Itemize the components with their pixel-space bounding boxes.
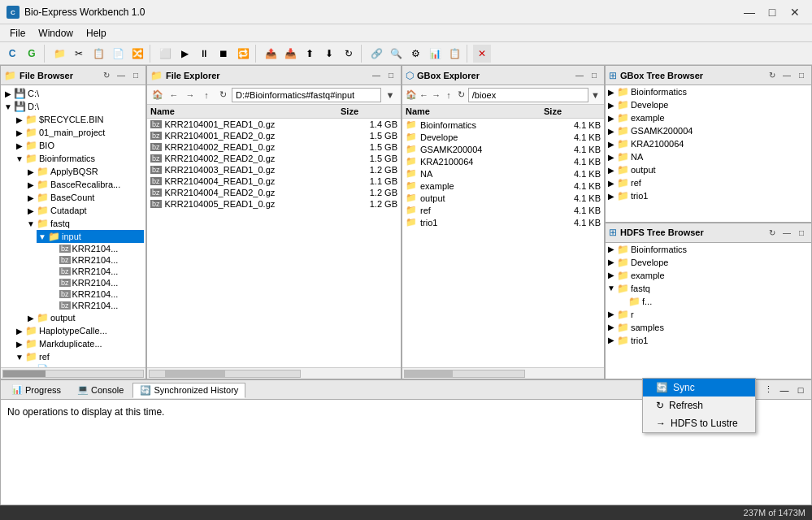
tb-close-btn[interactable]: ✕ bbox=[473, 45, 491, 63]
gbox-toggle[interactable]: ▶ bbox=[606, 101, 617, 110]
tree-node-krr3[interactable]: bz KRR2104... bbox=[48, 266, 144, 277]
close-button[interactable]: ✕ bbox=[784, 4, 805, 20]
file-row[interactable]: bz KRR2104002_READ2_0.gz 1.5 GB bbox=[147, 153, 401, 164]
gt-refresh-btn[interactable]: ↻ bbox=[766, 69, 779, 82]
tb-btn8[interactable]: ⏸ bbox=[195, 45, 213, 63]
hdfs-toggle[interactable]: ▶ bbox=[606, 336, 617, 344]
gbox-tree-node[interactable]: ▶ 📁 Develope bbox=[606, 98, 811, 111]
file-row[interactable]: bz KRR2104004_READ2_0.gz 1.2 GB bbox=[147, 187, 401, 198]
file-row[interactable]: bz KRR2104001_READ2_0.gz 1.5 GB bbox=[147, 130, 401, 141]
file-explorer-path-input[interactable] bbox=[232, 88, 381, 102]
gbox-file-row[interactable]: 📁 ref 4.1 KB bbox=[402, 204, 604, 216]
ge-up-btn[interactable]: ↑ bbox=[443, 88, 454, 102]
hdfs-toggle[interactable]: ▶ bbox=[606, 245, 617, 254]
tb-btn17[interactable]: 🔍 bbox=[387, 45, 405, 63]
ht-min-btn[interactable]: — bbox=[780, 226, 793, 239]
tab-max-btn[interactable]: □ bbox=[793, 383, 808, 397]
tree-node-recycle[interactable]: ▶ 📁 $RECYCLE.BIN bbox=[14, 113, 144, 126]
tb-btn18[interactable]: ⚙ bbox=[406, 45, 424, 63]
hdfs-node[interactable]: ▶ 📁 Develope bbox=[606, 256, 811, 269]
toggle-cutadapt[interactable]: ▶ bbox=[25, 206, 37, 215]
gt-min-btn[interactable]: — bbox=[780, 69, 793, 82]
toggle-c[interactable]: ▶ bbox=[2, 89, 14, 98]
toggle-basecount[interactable]: ▶ bbox=[25, 193, 37, 202]
fb-max-btn[interactable]: □ bbox=[129, 69, 142, 82]
ge-dropdown-btn[interactable]: ▼ bbox=[590, 88, 601, 102]
tb-btn16[interactable]: 🔗 bbox=[367, 45, 385, 63]
gbox-toggle[interactable]: ▶ bbox=[606, 192, 617, 201]
tb-btn5[interactable]: 🔀 bbox=[128, 45, 146, 63]
gbox-file-row[interactable]: 📁 GSAMK200004 4.1 KB bbox=[402, 143, 604, 155]
gbox-file-row[interactable]: 📁 Develope 4.1 KB bbox=[402, 131, 604, 143]
file-row[interactable]: bz KRR2104001_READ1_0.gz 1.4 GB bbox=[147, 119, 401, 130]
tb-btn20[interactable]: 📋 bbox=[445, 45, 463, 63]
toggle-input[interactable]: ▼ bbox=[37, 232, 48, 241]
tb-new-btn[interactable]: C bbox=[3, 45, 21, 63]
maximize-button[interactable]: □ bbox=[762, 4, 783, 20]
ht-max-btn[interactable]: □ bbox=[795, 226, 808, 239]
file-row[interactable]: bz KRR2104004_READ1_0.gz 1.1 GB bbox=[147, 176, 401, 187]
gbox-tree-node[interactable]: ▶ 📁 KRA2100064 bbox=[606, 137, 811, 150]
gbox-explorer-path-input[interactable] bbox=[468, 88, 588, 102]
fb-refresh-btn[interactable]: ↻ bbox=[100, 69, 113, 82]
tree-node-output[interactable]: ▶ 📁 output bbox=[25, 311, 144, 324]
tree-node-c[interactable]: ▶ 💾 C:\ bbox=[2, 87, 144, 100]
toggle-haplotype[interactable]: ▶ bbox=[14, 327, 25, 336]
tree-node-markdup[interactable]: ▶ 📁 Markduplicate... bbox=[14, 337, 144, 350]
ctx-sync[interactable]: 🔄 Sync bbox=[643, 379, 755, 379]
tree-node-fastq[interactable]: ▼ 📁 fastq bbox=[25, 217, 144, 230]
gbox-tree-node[interactable]: ▶ 📁 Bioinformatics bbox=[606, 85, 811, 98]
menu-help[interactable]: Help bbox=[80, 26, 113, 41]
tree-node-haplotype[interactable]: ▶ 📁 HaplotypeCalle... bbox=[14, 324, 144, 337]
menu-window[interactable]: Window bbox=[32, 26, 80, 41]
tb-btn9[interactable]: ⏹ bbox=[215, 45, 232, 63]
gbox-toggle[interactable]: ▶ bbox=[606, 166, 617, 175]
toggle-applybqsr[interactable]: ▶ bbox=[25, 167, 37, 176]
ge-max-btn[interactable]: □ bbox=[588, 69, 601, 82]
tree-node-ref[interactable]: ▼ 📁 ref bbox=[14, 350, 144, 363]
hdfs-toggle[interactable]: ▼ bbox=[606, 284, 617, 292]
fe-forward-btn[interactable]: → bbox=[183, 88, 198, 102]
tree-node-krr4[interactable]: bz KRR2104... bbox=[48, 277, 144, 288]
tree-node-main[interactable]: ▶ 📁 01_main_project bbox=[14, 126, 144, 139]
tree-node-bascerecalibra[interactable]: ▶ 📁 BasceRecalibra... bbox=[25, 178, 144, 191]
tab-min-btn[interactable]: — bbox=[777, 383, 792, 397]
tb-btn12[interactable]: 📥 bbox=[281, 45, 299, 63]
toggle-output[interactable]: ▶ bbox=[25, 314, 37, 323]
hdfs-tree-node[interactable]: ▼ 📁 fastq 📁 f... bbox=[606, 282, 811, 308]
gbox-toggle[interactable]: ▶ bbox=[606, 179, 617, 188]
tree-node-cutadapt[interactable]: ▶ 📁 Cutadapt bbox=[25, 204, 144, 217]
ge-home-btn[interactable]: 🏠 bbox=[406, 88, 417, 102]
tree-node-bioinformatics[interactable]: ▼ 📁 Bioinformatics bbox=[14, 152, 144, 165]
tb-open-btn[interactable]: G bbox=[23, 45, 41, 63]
tree-node-applybqsr[interactable]: ▶ 📁 ApplyBQSR bbox=[25, 165, 144, 178]
tb-btn4[interactable]: 📄 bbox=[109, 45, 127, 63]
tab-sync-history[interactable]: 🔄 Synchronized History bbox=[132, 383, 245, 398]
tb-btn11[interactable]: 📤 bbox=[262, 45, 280, 63]
tree-node-krr5[interactable]: bz KRR2104... bbox=[48, 288, 144, 300]
toggle-bioinformatics[interactable]: ▼ bbox=[14, 154, 25, 163]
tree-node-d[interactable]: ▼ 💾 D:\ bbox=[2, 100, 144, 113]
fe-min-btn[interactable]: — bbox=[370, 69, 383, 82]
file-row[interactable]: bz KRR2104002_READ1_0.gz 1.5 GB bbox=[147, 141, 401, 153]
gt-max-btn[interactable]: □ bbox=[795, 69, 808, 82]
gbox-toggle[interactable]: ▶ bbox=[606, 153, 617, 162]
toggle-markdup[interactable]: ▶ bbox=[14, 340, 25, 349]
file-row[interactable]: bz KRR2104003_READ1_0.gz 1.2 GB bbox=[147, 164, 401, 176]
tree-node-bio[interactable]: ▶ 📁 BIO bbox=[14, 139, 144, 152]
hdfs-toggle[interactable]: ▶ bbox=[606, 323, 617, 332]
tab-dots-btn[interactable]: ⋮ bbox=[761, 383, 775, 397]
hdfs-toggle[interactable]: ▶ bbox=[606, 271, 617, 280]
fe-back-btn[interactable]: ← bbox=[167, 88, 181, 102]
tb-btn6[interactable]: ⬜ bbox=[156, 45, 174, 63]
tb-btn1[interactable]: 📁 bbox=[50, 45, 68, 63]
tb-btn14[interactable]: ⬇ bbox=[320, 45, 338, 63]
hdfs-tree-node[interactable]: ▶ 📁 example bbox=[606, 269, 811, 282]
fe-home-btn[interactable]: 🏠 bbox=[150, 88, 165, 102]
tb-btn7[interactable]: ▶ bbox=[176, 45, 193, 63]
hdfs-tree-node[interactable]: ▶ 📁 trio1 bbox=[606, 334, 811, 347]
hdfs-tree-node[interactable]: ▶ 📁 Develope bbox=[606, 256, 811, 269]
tree-node-basecount[interactable]: ▶ 📁 BaseCount bbox=[25, 191, 144, 204]
gbox-tree-node[interactable]: ▶ 📁 GSAMK200004 bbox=[606, 124, 811, 137]
hdfs-tree-node[interactable]: ▶ 📁 samples bbox=[606, 321, 811, 334]
